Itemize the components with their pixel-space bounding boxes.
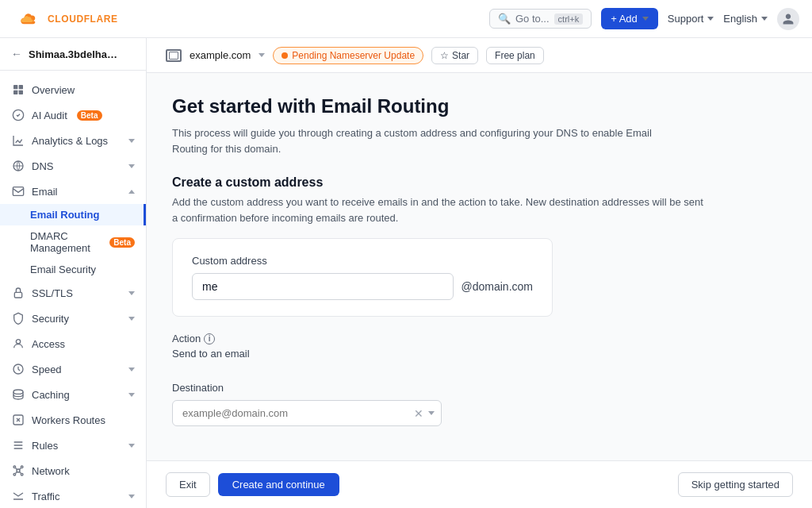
plan-button[interactable]: Free plan xyxy=(486,47,544,64)
destination-input-row: ✕ xyxy=(172,400,442,426)
sidebar-item-access[interactable]: Access xyxy=(0,331,146,356)
support-label: Support xyxy=(668,13,704,25)
sidebar-item-ssl-tls[interactable]: SSL/TLS xyxy=(0,280,146,306)
sidebar-item-workers-routes[interactable]: Workers Routes xyxy=(0,407,146,433)
svg-point-8 xyxy=(16,340,20,344)
email-chevron-icon xyxy=(128,190,135,194)
email-subitems: Email Routing DMARC Management Beta Emai… xyxy=(0,204,146,280)
sidebar-item-email-security[interactable]: Email Security xyxy=(0,259,146,280)
destination-input[interactable] xyxy=(173,401,409,425)
sidebar-item-label: Analytics & Logs xyxy=(32,135,108,147)
dmarc-beta-badge: Beta xyxy=(109,237,135,248)
svg-rect-0 xyxy=(13,85,17,89)
rules-chevron-icon xyxy=(128,444,135,448)
destination-section: Destination ✕ xyxy=(172,382,787,426)
section-description: Add the custom address you want to recei… xyxy=(172,194,711,225)
security-chevron-icon xyxy=(128,317,135,321)
svg-rect-7 xyxy=(14,292,21,298)
rules-icon xyxy=(11,438,25,452)
sidebar-item-dmarc-management[interactable]: DMARC Management Beta xyxy=(0,225,146,259)
status-text: Pending Nameserver Update xyxy=(292,50,415,61)
search-label: Go to... xyxy=(515,13,550,25)
sidebar-item-label: Security xyxy=(32,313,69,325)
sidebar-nav: Overview AI Audit Beta Analytics & Logs xyxy=(0,71,146,508)
page-content: Get started with Email Routing This proc… xyxy=(147,73,812,460)
exit-button[interactable]: Exit xyxy=(166,472,210,497)
email-icon xyxy=(11,184,25,198)
caching-chevron-icon xyxy=(128,393,135,397)
skip-button[interactable]: Skip getting started xyxy=(678,472,793,497)
star-button[interactable]: ☆ Star xyxy=(431,47,478,64)
destination-clear-icon[interactable]: ✕ xyxy=(409,407,428,420)
sidebar-item-label: Speed xyxy=(32,364,62,375)
sidebar-item-security[interactable]: Security xyxy=(0,306,146,331)
sidebar-item-caching[interactable]: Caching xyxy=(0,382,146,407)
workers-icon xyxy=(11,413,25,427)
action-info-icon[interactable]: i xyxy=(204,333,215,344)
address-input[interactable] xyxy=(192,273,454,300)
destination-label: Destination xyxy=(172,382,787,394)
sidebar-item-speed[interactable]: Speed xyxy=(0,356,146,382)
email-routing-label: Email Routing xyxy=(30,209,99,221)
star-label: Star xyxy=(452,50,469,61)
ai-audit-icon xyxy=(11,108,25,122)
add-button[interactable]: + Add xyxy=(601,8,658,29)
svg-rect-1 xyxy=(19,85,23,89)
svg-point-14 xyxy=(21,466,23,468)
search-box[interactable]: 🔍 Go to... ctrl+k xyxy=(489,9,592,29)
network-icon xyxy=(11,464,25,478)
language-selector[interactable]: English xyxy=(723,13,768,25)
sidebar-item-label: Caching xyxy=(32,389,70,401)
svg-point-13 xyxy=(13,466,16,468)
logo-text: CLOUDFLARE xyxy=(48,13,118,25)
sidebar-item-analytics-logs[interactable]: Analytics & Logs xyxy=(0,128,146,153)
speed-icon xyxy=(11,362,25,376)
domain-bar: example.com Pending Nameserver Update ☆ … xyxy=(147,38,812,73)
sidebar-item-overview[interactable]: Overview xyxy=(0,77,146,102)
status-dot xyxy=(282,52,288,59)
sidebar-item-label: Rules xyxy=(32,440,58,452)
domain-suffix: @domain.com xyxy=(462,280,533,293)
destination-chevron-icon[interactable] xyxy=(428,411,435,415)
footer-bar: Exit Create and continue Skip getting st… xyxy=(147,460,812,508)
status-badge[interactable]: Pending Nameserver Update xyxy=(273,47,423,64)
email-routing-card: Custom address @domain.com xyxy=(172,238,553,317)
create-continue-button[interactable]: Create and continue xyxy=(218,473,339,496)
layout: ← Shimaa.3bdelhamid... Overview AI Audit… xyxy=(0,38,812,508)
sidebar-item-email-routing[interactable]: Email Routing xyxy=(0,204,146,225)
address-row: @domain.com xyxy=(192,273,533,300)
access-icon xyxy=(11,337,25,351)
svg-point-16 xyxy=(21,473,23,475)
sidebar-item-traffic[interactable]: Traffic xyxy=(0,483,146,508)
sidebar-item-email[interactable]: Email xyxy=(0,179,146,204)
ssl-chevron-icon xyxy=(128,291,135,295)
language-chevron-icon xyxy=(761,17,768,21)
action-label-text: Action xyxy=(172,333,201,344)
sidebar-item-label: DNS xyxy=(32,160,53,172)
top-nav: CLOUDFLARE 🔍 Go to... ctrl+k + Add Suppo… xyxy=(0,0,812,38)
logo[interactable]: CLOUDFLARE xyxy=(13,10,118,29)
support-link[interactable]: Support xyxy=(668,13,714,25)
traffic-icon xyxy=(11,489,25,503)
sidebar-item-label: Access xyxy=(32,338,65,350)
domain-caret-icon[interactable] xyxy=(259,53,265,57)
dns-chevron-icon xyxy=(128,164,135,168)
traffic-chevron-icon xyxy=(128,495,135,498)
sidebar-item-rules[interactable]: Rules xyxy=(0,433,146,458)
user-icon xyxy=(782,13,795,25)
ssl-icon xyxy=(11,286,25,300)
svg-rect-17 xyxy=(170,52,178,59)
security-icon xyxy=(11,311,25,325)
dns-icon xyxy=(11,159,25,173)
add-label: + Add xyxy=(611,13,638,25)
sidebar-item-ai-audit[interactable]: AI Audit Beta xyxy=(0,102,146,128)
action-label: Action i xyxy=(172,333,787,344)
user-avatar[interactable] xyxy=(777,8,799,30)
sidebar-item-dns[interactable]: DNS xyxy=(0,153,146,179)
search-icon: 🔍 xyxy=(498,13,511,25)
account-selector[interactable]: ← Shimaa.3bdelhamid... xyxy=(0,38,146,71)
page-description: This process will guide you through crea… xyxy=(172,125,664,156)
sidebar-item-network[interactable]: Network xyxy=(0,458,146,483)
sidebar-item-label: SSL/TLS xyxy=(32,287,73,299)
domain-name: example.com xyxy=(190,49,251,61)
